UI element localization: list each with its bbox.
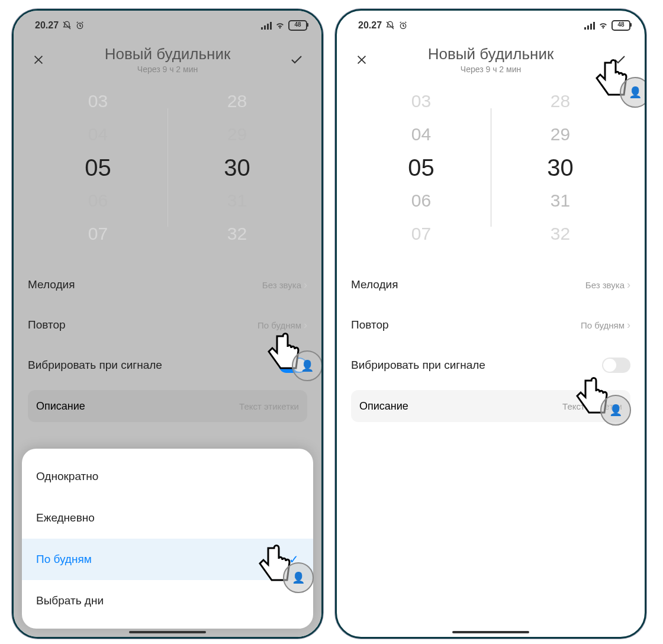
status-time: 20.27: [35, 20, 59, 31]
settings-list: Мелодия Без звука› Повтор По будням› Виб…: [14, 261, 321, 426]
row-description[interactable]: Описание Текст этикетки: [351, 390, 630, 422]
row-repeat[interactable]: Повтор По будням›: [28, 305, 307, 345]
time-picker[interactable]: 03 04 05 06 07 28 29 30 31 32: [337, 79, 645, 261]
chevron-right-icon: ›: [627, 319, 630, 331]
signal-icon: [261, 21, 272, 30]
close-button[interactable]: [28, 49, 49, 70]
wifi-icon: [275, 21, 285, 30]
option-choose-days[interactable]: Выбрать дни: [22, 580, 313, 622]
row-melody[interactable]: Мелодия Без звука›: [28, 265, 307, 305]
page-subtitle: Через 9 ч 2 мин: [49, 65, 286, 74]
page-header: Новый будильник Через 9 ч 2 мин: [337, 34, 645, 79]
phone-right: 20.27 48 Новый будильник Через 9 ч 2 мин: [335, 9, 646, 639]
page-subtitle: Через 9 ч 2 мин: [372, 65, 609, 74]
vibrate-toggle[interactable]: [279, 358, 307, 373]
signal-icon: [584, 21, 595, 30]
battery-icon: 48: [611, 20, 630, 31]
row-repeat[interactable]: Повтор По будням›: [351, 305, 630, 345]
home-indicator[interactable]: [452, 631, 529, 633]
vibrate-toggle[interactable]: [602, 358, 630, 373]
page-title: Новый будильник: [49, 45, 286, 63]
time-picker[interactable]: 03 04 05 06 07 28 29 30 31 32: [14, 79, 321, 261]
bell-slash-icon: [62, 21, 72, 30]
battery-icon: 48: [288, 20, 307, 31]
chevron-right-icon: ›: [304, 279, 307, 291]
row-vibrate[interactable]: Вибрировать при сигнале: [28, 345, 307, 385]
settings-list: Мелодия Без звука› Повтор По будням› Виб…: [337, 261, 645, 426]
wifi-icon: [598, 21, 608, 30]
hour-wheel[interactable]: 03 04 05 06 07: [29, 85, 168, 250]
page-header: Новый будильник Через 9 ч 2 мин: [14, 34, 321, 79]
row-melody[interactable]: Мелодия Без звука›: [351, 265, 630, 305]
page-title: Новый будильник: [372, 45, 609, 63]
status-time: 20.27: [358, 20, 382, 31]
bell-slash-icon: [385, 21, 395, 30]
minute-wheel[interactable]: 28 29 30 31 32: [168, 85, 307, 250]
check-icon: ✓: [289, 552, 299, 566]
alarm-clock-icon: [75, 21, 85, 30]
home-indicator[interactable]: [129, 631, 206, 633]
close-button[interactable]: [351, 49, 372, 70]
alarm-clock-icon: [398, 21, 408, 30]
confirm-button[interactable]: [286, 49, 307, 70]
chevron-right-icon: ›: [304, 319, 307, 331]
repeat-options-sheet: Однократно Ежедневно По будням ✓ Выбрать…: [22, 449, 313, 629]
minute-wheel[interactable]: 28 29 30 31 32: [491, 85, 630, 250]
row-vibrate[interactable]: Вибрировать при сигнале: [351, 345, 630, 385]
status-bar: 20.27 48: [337, 11, 645, 34]
option-weekdays[interactable]: По будням ✓: [22, 539, 313, 580]
option-daily[interactable]: Ежедневно: [22, 497, 313, 539]
status-bar: 20.27 48: [14, 11, 321, 34]
confirm-button[interactable]: [609, 49, 630, 70]
chevron-right-icon: ›: [627, 279, 630, 291]
option-once[interactable]: Однократно: [22, 456, 313, 497]
phone-left: 20.27 48 Новый будильник Через 9 ч 2 мин: [12, 9, 323, 639]
hour-wheel[interactable]: 03 04 05 06 07: [352, 85, 491, 250]
row-description[interactable]: Описание Текст этикетки: [28, 390, 307, 422]
